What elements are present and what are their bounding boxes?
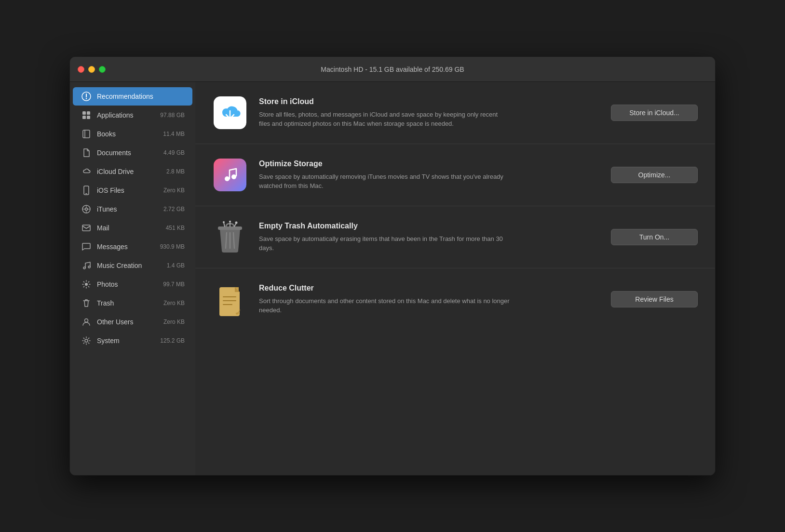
- itunes-icon: [81, 203, 92, 215]
- close-button[interactable]: [78, 66, 84, 73]
- optimize-storage-button[interactable]: Optimize...: [611, 167, 698, 183]
- sidebar-applications-label: Applications: [97, 111, 157, 119]
- sidebar-other-users-size: Zero KB: [163, 319, 185, 325]
- svg-point-13: [85, 283, 88, 286]
- sidebar-item-other-users[interactable]: Other Users Zero KB: [73, 313, 192, 331]
- sidebar-messages-label: Messages: [97, 243, 157, 251]
- store-icloud-content: Store in iCloud Store all files, photos,…: [259, 97, 599, 129]
- icloud-drive-icon: [81, 166, 92, 177]
- svg-rect-5: [83, 130, 90, 138]
- sidebar-item-ios-files[interactable]: iOS Files Zero KB: [73, 181, 192, 200]
- sidebar-system-size: 125.2 GB: [160, 337, 185, 344]
- reduce-clutter-description: Sort through documents and other content…: [259, 296, 510, 315]
- titlebar: Macintosh HD - 15.1 GB available of 250.…: [70, 57, 715, 82]
- svg-point-9: [85, 208, 88, 211]
- messages-icon: [81, 241, 92, 253]
- sidebar-item-itunes[interactable]: iTunes 2.72 GB: [73, 200, 192, 218]
- sidebar-item-mail[interactable]: Mail 451 KB: [73, 219, 192, 237]
- traffic-lights: [78, 66, 106, 73]
- reduce-clutter-content: Reduce Clutter Sort through documents an…: [259, 284, 599, 315]
- icloud-rec-icon: [213, 95, 247, 130]
- maximize-button[interactable]: [99, 66, 106, 73]
- empty-trash-description: Save space by automatically erasing item…: [259, 234, 510, 253]
- sidebar-messages-size: 930.9 MB: [160, 243, 185, 250]
- sidebar-books-label: Books: [97, 130, 160, 138]
- sidebar-applications-size: 97.88 GB: [160, 112, 185, 119]
- sidebar-music-creation-label: Music Creation: [97, 262, 164, 269]
- sidebar-documents-label: Documents: [97, 149, 161, 157]
- sidebar-item-documents[interactable]: Documents 4.49 GB: [73, 144, 192, 162]
- sidebar-item-music-creation[interactable]: Music Creation 1.4 GB: [73, 256, 192, 275]
- sidebar-trash-size: Zero KB: [163, 300, 185, 306]
- recommendation-store-icloud: Store in iCloud Store all files, photos,…: [195, 82, 715, 144]
- right-panel: Store in iCloud Store all files, photos,…: [195, 82, 715, 475]
- sidebar-mail-label: Mail: [97, 224, 163, 232]
- svg-rect-19: [218, 226, 242, 230]
- sidebar-icloud-drive-label: iCloud Drive: [97, 168, 163, 175]
- svg-point-15: [85, 339, 88, 342]
- svg-point-17: [225, 176, 230, 181]
- svg-rect-4: [87, 116, 90, 119]
- empty-trash-title: Empty Trash Automatically: [259, 222, 599, 230]
- trash-rec-icon: [213, 220, 247, 254]
- trash-sidebar-icon: [81, 297, 92, 309]
- svg-point-25: [235, 222, 238, 224]
- sidebar-ios-files-label: iOS Files: [97, 186, 161, 194]
- sidebar-documents-size: 4.49 GB: [163, 149, 185, 156]
- optimize-storage-description: Save space by automatically removing iTu…: [259, 172, 510, 191]
- minimize-button[interactable]: [88, 66, 95, 73]
- svg-rect-10: [82, 225, 90, 231]
- recommendations-icon: [81, 91, 92, 102]
- recommendation-reduce-clutter: Reduce Clutter Sort through documents an…: [195, 268, 715, 330]
- doc-rec-icon: [213, 282, 247, 317]
- sidebar-item-messages[interactable]: Messages 930.9 MB: [73, 238, 192, 256]
- sidebar-recommendations-label: Recommendations: [97, 93, 185, 100]
- recommendation-optimize-storage: Optimize Storage Save space by automatic…: [195, 144, 715, 206]
- optimize-storage-title: Optimize Storage: [259, 160, 599, 168]
- sidebar-system-label: System: [97, 337, 157, 345]
- sidebar-ios-files-size: Zero KB: [163, 187, 185, 194]
- music-creation-icon: [81, 260, 92, 271]
- applications-icon: [81, 109, 92, 121]
- svg-rect-1: [82, 111, 86, 115]
- review-files-button[interactable]: Review Files: [611, 291, 698, 307]
- sidebar-mail-size: 451 KB: [166, 225, 185, 231]
- sidebar: Recommendations Applications 97.88 GB: [70, 82, 195, 475]
- svg-rect-3: [82, 116, 86, 119]
- sidebar-trash-label: Trash: [97, 299, 161, 307]
- sidebar-books-size: 11.4 MB: [163, 131, 185, 137]
- other-users-icon: [81, 316, 92, 328]
- documents-icon: [81, 147, 92, 159]
- sidebar-item-applications[interactable]: Applications 97.88 GB: [73, 106, 192, 124]
- svg-point-12: [88, 266, 90, 268]
- sidebar-item-books[interactable]: Books 11.4 MB: [73, 125, 192, 143]
- svg-point-11: [83, 267, 85, 269]
- mail-icon: [81, 222, 92, 234]
- photos-icon: [81, 279, 92, 290]
- sidebar-icloud-drive-size: 2.8 MB: [166, 168, 185, 175]
- sidebar-item-icloud-drive[interactable]: iCloud Drive 2.8 MB: [73, 162, 192, 181]
- recommendation-empty-trash: Empty Trash Automatically Save space by …: [195, 206, 715, 268]
- ios-files-icon: [81, 185, 92, 196]
- sidebar-itunes-size: 2.72 GB: [163, 206, 185, 213]
- svg-point-18: [231, 174, 236, 179]
- empty-trash-button[interactable]: Turn On...: [611, 229, 698, 245]
- store-icloud-description: Store all files, photos, and messages in…: [259, 110, 510, 129]
- empty-trash-content: Empty Trash Automatically Save space by …: [259, 222, 599, 253]
- main-content: Recommendations Applications 97.88 GB: [70, 82, 715, 475]
- sidebar-item-trash[interactable]: Trash Zero KB: [73, 294, 192, 312]
- reduce-clutter-title: Reduce Clutter: [259, 284, 599, 293]
- window-title: Macintosh HD - 15.1 GB available of 250.…: [321, 66, 464, 73]
- sidebar-other-users-label: Other Users: [97, 318, 161, 326]
- optimize-storage-content: Optimize Storage Save space by automatic…: [259, 160, 599, 191]
- store-icloud-title: Store in iCloud: [259, 97, 599, 106]
- svg-rect-2: [87, 111, 90, 115]
- sidebar-item-system[interactable]: System 125.2 GB: [73, 332, 192, 350]
- svg-point-23: [223, 221, 225, 223]
- svg-rect-7: [85, 193, 87, 194]
- store-icloud-button[interactable]: Store in iCloud...: [611, 105, 698, 121]
- svg-point-14: [85, 319, 88, 322]
- sidebar-photos-size: 99.7 MB: [163, 281, 185, 288]
- sidebar-item-recommendations[interactable]: Recommendations: [73, 87, 192, 106]
- sidebar-item-photos[interactable]: Photos 99.7 MB: [73, 275, 192, 293]
